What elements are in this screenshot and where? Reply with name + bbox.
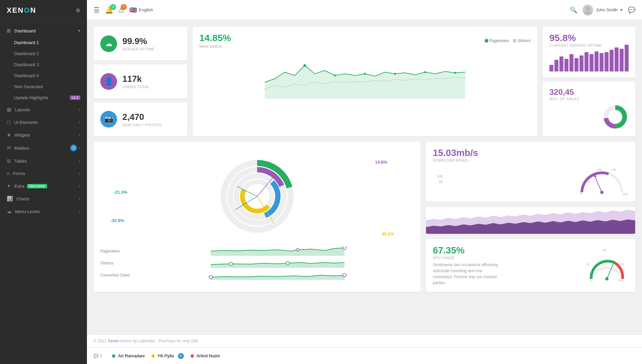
stat-card-uptime: ☁ 99.9% SERVER UPTIME (94, 27, 187, 60)
chevron-right-icon: › (79, 120, 80, 124)
chevron-right-icon: › (79, 146, 80, 150)
stat-label: USERS TOTAL (122, 85, 149, 89)
svg-marker-2 (265, 65, 465, 99)
cpu-card: 67.35% CPU USAGE Sentiments two occasion… (426, 239, 635, 292)
sidebar-item-dashboard1[interactable]: Dashboard 1 (0, 37, 87, 48)
svg-point-27 (296, 248, 299, 251)
sidebar-item-menu-levels[interactable]: ☁ Menu Levels › (0, 205, 87, 218)
svg-point-34 (343, 274, 346, 277)
forms-icon: ≡ (7, 171, 10, 176)
content-area: ☁ 99.9% SERVER UPTIME 👤 117k USERS TOTAL… (87, 20, 642, 334)
notification-bell-2[interactable]: ⚠ 7 (118, 6, 124, 14)
cpu-label: CPU USAGE (433, 256, 500, 260)
bar (574, 58, 578, 71)
svg-marker-32 (211, 275, 344, 280)
svg-point-4 (334, 74, 336, 76)
tables-icon: ⊞ (7, 158, 11, 164)
mini-line-pageviews: Pageviews (100, 246, 414, 256)
chat-user-2[interactable]: Ylli Pylla 4 (151, 353, 184, 359)
mini-line-label: Converted Sales (100, 273, 137, 278)
chevron-right-icon: › (79, 172, 80, 176)
svg-text:75: 75 (621, 263, 624, 266)
bar (590, 54, 594, 71)
bar (610, 50, 614, 71)
chart-legend: Pageviews Visitors (485, 38, 531, 43)
avatar (582, 5, 593, 15)
sidebar-item-dashboard3[interactable]: Dashboard 3 (0, 59, 87, 70)
chat-badge: 4 (178, 353, 184, 359)
stat-value: 117k (122, 74, 149, 84)
svg-text:0: 0 (580, 192, 582, 196)
sidebar-item-label: Dashboard 4 (14, 73, 39, 78)
visitors-subtitle: More visitors (199, 44, 231, 49)
ring-chart-card: 14.8% -21.3% -30.9% 45.2% (94, 142, 421, 292)
chevron-down-icon: ▾ (620, 7, 623, 12)
stat-card-photos: 📷 2,470 NEW DAILY PHOTOS (94, 103, 187, 136)
user-menu[interactable]: John Smith ▾ (582, 5, 623, 15)
chart-info: 14.85% More visitors (199, 33, 231, 49)
language-label: English (139, 7, 153, 12)
chat-username: Ylli Pylla (157, 353, 174, 358)
sidebar-item-label: Update Highlights (14, 95, 48, 100)
gauge-50: 50 (433, 180, 443, 184)
stat-info: 99.9% SERVER UPTIME (122, 36, 154, 51)
footer-brand-link[interactable]: Xenon (108, 339, 119, 343)
chat-bar: 💬 3 Art Ramadani Ylli Pylla 4 Arlind Nus… (87, 347, 642, 364)
menu-levels-icon: ☁ (7, 208, 12, 214)
language-selector[interactable]: 🇬🇧 English (129, 6, 153, 14)
stat-info: 2,470 NEW DAILY PHOTOS (122, 112, 162, 127)
camera-icon: 📷 (100, 111, 117, 128)
username-label: John Smith (596, 7, 618, 12)
sidebar-item-label: Mailbox (14, 146, 29, 151)
chevron-down-icon: ▾ (78, 29, 80, 33)
sidebar-item-mailbox[interactable]: ✉ Mailbox 5 › (0, 141, 87, 155)
hamburger-menu-icon[interactable]: ☰ (94, 6, 100, 14)
sidebar-item-dashboard4[interactable]: Dashboard 4 (0, 70, 87, 81)
svg-point-33 (209, 276, 212, 279)
gauge-100: 100 (433, 174, 443, 178)
svg-point-28 (343, 246, 346, 249)
uptime-value: 95.8% (549, 33, 629, 43)
svg-point-0 (585, 6, 590, 11)
bar (620, 49, 624, 71)
sidebar-item-update-highlights[interactable]: Update Highlights v1.3 (0, 92, 87, 103)
svg-text:25: 25 (586, 263, 590, 266)
download-card: 15.03mb/s DOWNLOAD SPEED 100 50 (426, 142, 635, 202)
sidebar-item-extra[interactable]: ✦ Extra New Items › (0, 180, 87, 192)
mini-line-converted: Converted Sales (100, 270, 414, 280)
svg-text:200: 200 (623, 192, 628, 196)
sidebar-item-forms[interactable]: ≡ Forms › (0, 167, 87, 180)
sidebar-item-dashboard[interactable]: ⊞ Dashboard ▾ (0, 24, 87, 37)
bar (595, 51, 599, 71)
sidebar-item-charts[interactable]: 📊 Charts › (0, 192, 87, 205)
notification-bell-1[interactable]: 🔔 15 (105, 6, 113, 14)
top-right-column: 95.8% CURRENT SERVER UPTIME (543, 27, 635, 136)
sidebar-item-dashboard2[interactable]: Dashboard 2 (0, 48, 87, 59)
radial-chart (217, 156, 297, 236)
gear-icon[interactable]: ⚙ (76, 7, 80, 14)
cpu-description: Sentiments two occasional affronting sol… (433, 262, 500, 286)
visitors-chart-card: 14.85% More visitors Pageviews Visitors (193, 27, 537, 136)
svg-point-3 (304, 64, 306, 67)
sidebar-item-ui-elements[interactable]: ◻ UI Elements › (0, 116, 87, 129)
stat-info: 117k USERS TOTAL (122, 74, 149, 89)
chat-icon[interactable]: 💬 (628, 6, 635, 14)
sidebar-item-label: Tables (14, 159, 27, 164)
svg-text:100: 100 (597, 168, 602, 171)
flag-icon: 🇬🇧 (129, 6, 137, 14)
sidebar-item-label: Forms (13, 171, 25, 176)
sidebar-item-skin-generator[interactable]: Skin Generator (0, 81, 87, 92)
sidebar-item-widgets[interactable]: ★ Widgets › (0, 129, 87, 141)
sidebar-item-label: Dashboard 1 (14, 40, 39, 45)
svg-point-31 (286, 261, 289, 265)
chat-user-3[interactable]: Arlind Nushi (191, 353, 220, 358)
sidebar-item-layouts[interactable]: ▦ Layouts › (0, 103, 87, 116)
sidebar-item-tables[interactable]: ⊞ Tables › (0, 155, 87, 167)
user-icon: 👤 (100, 73, 117, 90)
search-icon[interactable]: 🔍 (570, 6, 577, 14)
server-uptime-card: 95.8% CURRENT SERVER UPTIME (543, 27, 635, 77)
stat-value: 2,470 (122, 112, 162, 122)
cpu-value: 67.35% (433, 245, 500, 256)
svg-text:0: 0 (590, 279, 592, 282)
chat-user-1[interactable]: Art Ramadani (112, 353, 144, 358)
